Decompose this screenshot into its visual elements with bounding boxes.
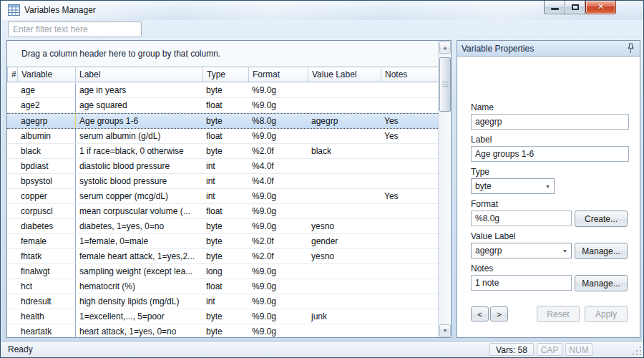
type-value: byte (475, 181, 492, 191)
cell-label: age squared (75, 98, 203, 112)
properties-header: Variable Properties (457, 41, 640, 57)
minimize-button[interactable] (544, 1, 565, 14)
cell-variable: hdresult (17, 294, 75, 309)
manage-value-labels-button[interactable]: Manage... (575, 243, 628, 259)
cell-type: float (203, 204, 248, 218)
cell-type: float (203, 129, 248, 143)
cell-label: Age groups 1-6 (75, 114, 203, 128)
cell-variable: copper (17, 189, 75, 203)
close-icon: ✕ (586, 2, 615, 11)
table-row[interactable]: copper serum copper (mcg/dL) int %9.0g Y… (7, 189, 438, 204)
cell-type: long (203, 264, 248, 279)
cell-notes (381, 144, 438, 158)
column-header[interactable]: Notes (381, 67, 438, 82)
scroll-down-icon[interactable]: ▼ (439, 324, 451, 337)
cell-label: heart attack, 1=yes, 0=no (75, 324, 203, 337)
table-row[interactable]: bpdiast diastolic blood pressure int %4.… (7, 159, 438, 174)
manage-notes-button[interactable]: Manage... (575, 275, 628, 291)
grid-body: age age in years byte %9.0g age2 age squ… (7, 83, 438, 337)
cell-number (7, 249, 17, 263)
table-row[interactable]: female 1=female, 0=male byte %2.0f gende… (7, 234, 438, 249)
format-field[interactable] (471, 211, 572, 226)
cell-format: %9.0g (248, 98, 308, 112)
value-label-select[interactable]: agegrp ▼ (471, 243, 572, 258)
variables-grid: Drag a column header here to group by th… (6, 40, 452, 338)
group-by-drop-area[interactable]: Drag a column header here to group by th… (7, 41, 451, 67)
pin-icon[interactable] (625, 43, 636, 54)
table-row[interactable]: finalwgt sampling weight (except lea... … (7, 264, 438, 279)
cell-format: %9.0g (248, 83, 308, 97)
window-title: Variables Manager (24, 5, 96, 15)
cell-label: serum albumin (g/dL) (75, 129, 203, 143)
cell-number (7, 219, 17, 233)
table-row[interactable]: hdresult high density lipids (mg/dL) int… (7, 294, 438, 309)
column-header[interactable]: Value Label (308, 67, 381, 82)
format-label: Format (471, 199, 498, 209)
cell-format: %4.0f (248, 174, 308, 188)
variable-properties-panel: Variable Properties Name Label Type byte… (457, 40, 640, 338)
type-select[interactable]: byte ▼ (471, 178, 555, 194)
cell-label: systolic blood pressure (75, 174, 203, 188)
table-row[interactable]: heartatk heart attack, 1=yes, 0=no byte … (7, 324, 438, 337)
resize-grip[interactable] (632, 346, 641, 355)
chevron-down-icon: ▼ (545, 184, 550, 189)
cell-format: %2.0f (248, 144, 308, 158)
table-row[interactable]: fhtatk female heart attack, 1=yes,2... b… (7, 249, 438, 264)
restore-button[interactable] (565, 1, 585, 14)
cell-notes (381, 234, 438, 248)
reset-button[interactable]: Reset (537, 306, 580, 322)
filter-input[interactable] (8, 21, 142, 37)
cell-format: %9.0g (248, 309, 308, 324)
column-header[interactable]: Variable (17, 67, 75, 82)
table-row[interactable]: black 1 if race=black, 0 otherwise byte … (7, 144, 438, 159)
table-row[interactable]: hct hematocrit (%) float %9.0g (7, 279, 438, 294)
table-row[interactable]: diabetes diabetes, 1=yes, 0=no byte %9.0… (7, 219, 438, 234)
cell-type: int (203, 189, 248, 203)
table-row[interactable]: agegrp Age groups 1-6 byte %8.0g agegrp … (7, 113, 438, 129)
table-row[interactable]: health 1=excellent,..., 5=poor byte %9.0… (7, 309, 438, 324)
scroll-up-icon[interactable]: ▲ (439, 42, 451, 54)
cell-variable: heartatk (17, 324, 75, 337)
table-row[interactable]: age age in years byte %9.0g (7, 83, 438, 98)
cell-notes (381, 249, 438, 263)
column-header[interactable]: # (7, 67, 17, 82)
name-field[interactable] (471, 114, 629, 130)
previous-variable-button[interactable]: < (471, 306, 489, 321)
cell-number (7, 264, 17, 279)
name-label: Name (471, 102, 494, 112)
minimize-icon (551, 8, 559, 10)
cell-variable: diabetes (17, 219, 75, 233)
close-button[interactable]: ✕ (585, 1, 616, 14)
status-message: Ready (8, 344, 33, 354)
cell-notes (381, 174, 438, 188)
table-row[interactable]: albumin serum albumin (g/dL) float %9.0g… (7, 129, 438, 144)
notes-field[interactable] (471, 275, 572, 291)
cell-format: %9.0g (248, 279, 308, 294)
cell-type: byte (203, 114, 248, 128)
column-header[interactable]: Format (248, 67, 308, 82)
cell-number (7, 129, 17, 143)
scrollbar-thumb[interactable] (439, 57, 451, 112)
label-field[interactable] (471, 146, 629, 162)
create-format-button[interactable]: Create... (575, 211, 628, 227)
column-header[interactable]: Label (75, 67, 203, 82)
cell-value-label: junk (308, 309, 381, 324)
cell-value-label: agegrp (308, 114, 381, 128)
label-label: Label (471, 135, 492, 145)
table-row[interactable]: corpuscl mean corpuscular volume (... fl… (7, 204, 438, 219)
cell-format: %9.0g (248, 204, 308, 218)
table-row[interactable]: bpsystol systolic blood pressure int %4.… (7, 174, 438, 189)
cell-format: %9.0g (248, 324, 308, 337)
column-header[interactable]: Type (203, 67, 248, 82)
table-row[interactable]: age2 age squared float %9.0g (7, 98, 438, 113)
vertical-scrollbar[interactable]: ▲ ▼ (438, 41, 451, 337)
cell-notes (381, 98, 438, 112)
cell-variable: albumin (17, 129, 75, 143)
cell-number (7, 114, 17, 128)
cell-value-label (308, 204, 381, 218)
cell-number (7, 189, 17, 203)
cell-value-label: black (308, 144, 381, 158)
apply-button[interactable]: Apply (585, 306, 628, 322)
next-variable-button[interactable]: > (490, 306, 508, 321)
cell-value-label (308, 189, 381, 203)
